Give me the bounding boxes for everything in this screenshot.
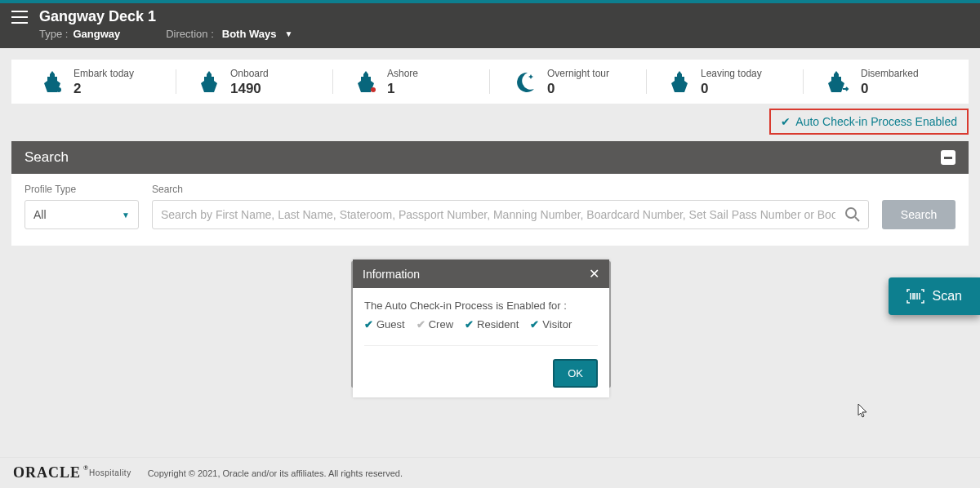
ship-arrow-icon — [826, 71, 849, 94]
modal-options: ✔Guest ✔Crew ✔Resident ✔Visitor — [364, 318, 598, 331]
stat-label: Overnight tour — [547, 68, 609, 79]
moon-icon — [513, 71, 536, 94]
stat-value: 2 — [74, 81, 134, 97]
profile-type-label: Profile Type — [24, 184, 139, 195]
type-label: Type : — [39, 28, 68, 40]
search-field-label: Search — [152, 184, 869, 195]
search-panel-body: Profile Type All ▼ Search . Search — [11, 174, 969, 246]
brand-sub: Hospitality — [89, 468, 131, 477]
collapse-button[interactable] — [941, 150, 956, 165]
ship-icon — [670, 71, 689, 94]
opt-label: Resident — [477, 318, 519, 331]
scan-button[interactable]: Scan — [889, 277, 980, 315]
profile-type-value: All — [33, 208, 47, 221]
stat-label: Embark today — [74, 68, 134, 79]
check-icon: ✔ — [416, 318, 425, 331]
stat-label: Ashore — [387, 68, 418, 79]
minus-icon — [944, 157, 952, 159]
close-icon[interactable]: ✕ — [589, 266, 599, 282]
modal-message: The Auto Check-in Process is Enabled for… — [364, 299, 598, 312]
search-panel-header: Search — [11, 141, 969, 174]
search-button[interactable]: Search — [882, 200, 956, 229]
stat-label: Disembarked — [861, 68, 919, 79]
check-icon: ✔ — [781, 115, 791, 128]
stats-bar: Embark today2 Onboard1490 Ashore1 Overni… — [11, 60, 969, 104]
opt-label: Visitor — [542, 318, 572, 331]
page-header: Gangway Deck 1 Type : Gangway Direction … — [0, 3, 980, 48]
information-modal: Information ✕ The Auto Check-in Process … — [353, 260, 609, 397]
modal-header: Information ✕ — [353, 260, 609, 288]
check-icon: ✔ — [364, 318, 373, 331]
scan-label: Scan — [933, 289, 962, 304]
svg-point-1 — [371, 87, 376, 92]
search-input[interactable] — [152, 200, 869, 229]
menu-icon[interactable] — [0, 11, 39, 24]
cursor-icon — [858, 403, 869, 418]
profile-type-select[interactable]: All ▼ — [24, 200, 139, 229]
stat-label: Onboard — [230, 68, 269, 79]
svg-point-0 — [56, 87, 61, 92]
stat-leaving: Leaving today0 — [647, 64, 804, 99]
stat-label: Leaving today — [701, 68, 762, 79]
search-panel-title: Search — [24, 149, 69, 166]
stat-onboard: Onboard1490 — [176, 64, 333, 99]
modal-title: Information — [363, 268, 420, 281]
chevron-down-icon[interactable]: ▼ — [284, 29, 292, 38]
stat-embark: Embark today2 — [20, 64, 176, 99]
ship-icon — [199, 71, 219, 94]
stat-disembarked: Disembarked0 — [804, 64, 960, 99]
stat-value: 1490 — [230, 81, 269, 97]
oracle-logo: ORACLE — [13, 464, 81, 481]
ship-icon — [42, 71, 62, 94]
modal-footer: OK — [353, 353, 609, 397]
footer: ORACLE Hospitality Copyright © 2021, Ora… — [0, 457, 980, 488]
chevron-down-icon: ▼ — [122, 211, 130, 220]
stat-value: 0 — [547, 81, 609, 97]
page-title: Gangway Deck 1 — [39, 8, 156, 25]
direction-value[interactable]: Both Ways — [222, 28, 277, 40]
stat-value: 1 — [387, 81, 418, 97]
stat-value: 0 — [861, 81, 919, 97]
stat-ashore: Ashore1 — [333, 64, 490, 99]
type-value: Gangway — [73, 28, 120, 40]
ok-button[interactable]: OK — [553, 359, 598, 388]
opt-label: Guest — [376, 318, 405, 331]
check-icon: ✔ — [530, 318, 539, 331]
auto-checkin-banner[interactable]: ✔ Auto Check-in Process Enabled — [769, 109, 969, 135]
direction-label: Direction : — [166, 28, 214, 40]
auto-checkin-banner-row: ✔ Auto Check-in Process Enabled — [11, 109, 969, 135]
stat-overnight: Overnight tour0 — [490, 64, 647, 99]
barcode-icon — [906, 289, 924, 304]
modal-body: The Auto Check-in Process is Enabled for… — [353, 288, 609, 353]
stat-value: 0 — [701, 81, 762, 97]
copyright-text: Copyright © 2021, Oracle and/or its affi… — [148, 468, 403, 478]
check-icon: ✔ — [465, 318, 474, 331]
ship-icon — [356, 71, 376, 94]
search-icon[interactable] — [844, 206, 861, 223]
svg-point-2 — [846, 208, 856, 218]
auto-checkin-label: Auto Check-in Process Enabled — [795, 115, 957, 128]
opt-label: Crew — [429, 318, 453, 331]
search-panel: Search Profile Type All ▼ Search . Sear — [11, 141, 969, 246]
